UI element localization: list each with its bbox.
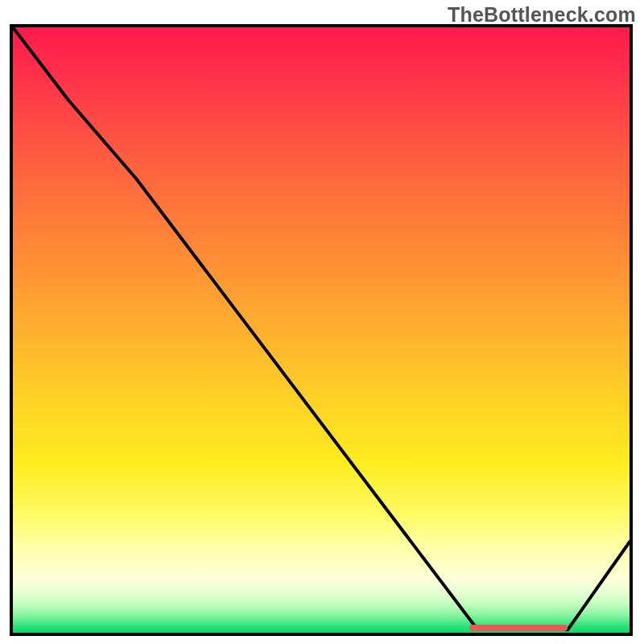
plot-area [10, 24, 633, 636]
chart-line [13, 27, 630, 633]
watermark-text: TheBottleneck.com [448, 3, 636, 27]
chart-frame: TheBottleneck.com [0, 0, 644, 644]
optimal-range-indicator [469, 625, 568, 631]
